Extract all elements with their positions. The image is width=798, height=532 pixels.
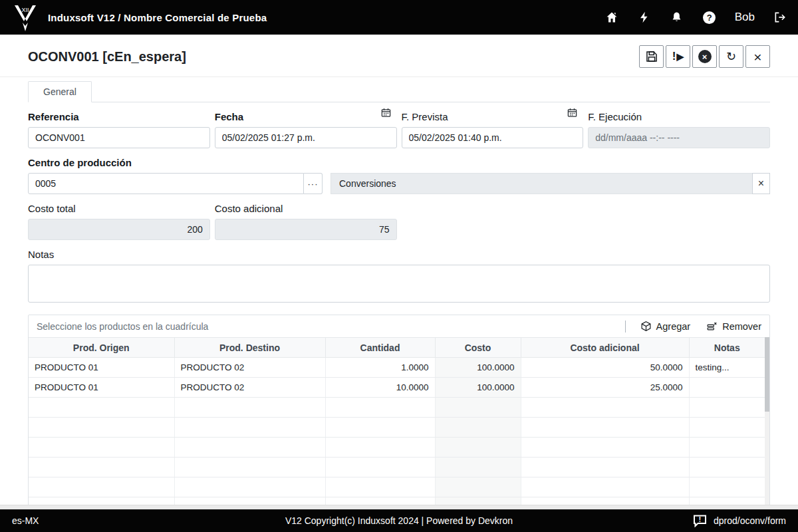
notifications-bell-icon[interactable] [670,10,684,25]
tab-general[interactable]: General [28,81,92,102]
fecha-label: Fecha [215,111,397,122]
console-bubble-icon: ! [693,515,707,527]
centro-code-input[interactable] [28,173,304,194]
calendar-icon[interactable] [567,108,577,118]
field-costo-adicional: Costo adicional [215,194,397,240]
empty-cell [29,418,174,438]
empty-cell [325,418,435,438]
vertical-scrollbar[interactable] [765,337,769,505]
logout-icon[interactable] [773,10,787,25]
execute-icon: !▶ [672,50,684,63]
costo-total-label: Costo total [28,203,210,214]
empty-row [29,418,765,438]
page-title: OCONV001 [cEn_espera] [28,49,186,65]
close-button[interactable]: × [745,45,770,68]
empty-cell [521,497,689,505]
horizontal-scrollbar[interactable] [0,505,798,509]
empty-cell [174,418,325,438]
empty-cell [435,477,521,497]
main-content: OCONV001 [cEn_espera] !▶ × [0,35,798,505]
cell-cantidad[interactable]: 1.0000 [325,358,435,378]
cell-costo[interactable]: 100.0000 [435,378,521,398]
user-menu[interactable]: Bob [735,11,755,24]
centro-label: Centro de producción [28,157,770,168]
empty-row [29,438,765,458]
centro-descripcion: Conversiones [331,173,752,194]
empty-cell [174,398,325,418]
prevista-input[interactable] [402,127,584,148]
prevista-label: F. Prevista [402,111,584,122]
field-ejecucion: F. Ejecución dd/mm/aaaa --:-- ---- [588,102,770,148]
column-header-costo-adicional[interactable]: Costo adicional [521,338,689,358]
column-header-prod-origen[interactable]: Prod. Origen [29,338,174,358]
remove-product-button[interactable]: Remover [706,321,761,332]
refresh-button[interactable]: ↻ [719,45,743,68]
ejecucion-label: F. Ejecución [588,111,770,122]
svg-text:XII: XII [21,7,29,13]
calendar-icon[interactable] [381,108,391,118]
empty-row [29,477,765,497]
empty-cell [521,458,689,477]
products-grid: Seleccione los productos en la cuadrícul… [28,315,770,505]
footer: es-MX V12 Copyright(c) Induxsoft 2024 | … [0,509,798,532]
cell-prod-origen[interactable]: PRODUCTO 01 [29,358,174,378]
form-toolbar: !▶ × ↻ × [639,45,770,68]
toolbar-divider [625,321,626,332]
page-header: OCONV001 [cEn_espera] !▶ × [0,35,798,77]
cell-notas[interactable] [689,378,765,398]
costo-adicional-input [215,219,397,240]
field-referencia: Referencia [28,102,210,148]
ellipsis-icon: ··· [307,179,318,189]
cell-prod-origen[interactable]: PRODUCTO 01 [29,378,174,398]
cell-prod-destino[interactable]: PRODUCTO 02 [174,378,325,398]
route-indicator[interactable]: ! dprod/oconv/form [693,515,786,527]
empty-cell [689,418,765,438]
save-button[interactable] [639,45,664,68]
field-costo-total: Costo total [28,194,210,240]
empty-cell [325,477,435,497]
add-product-button[interactable]: Agregar [640,321,691,332]
ejecucion-input: dd/mm/aaaa --:-- ---- [588,127,770,148]
remove-rows-icon [706,321,718,332]
cell-prod-destino[interactable]: PRODUCTO 02 [174,358,325,378]
empty-row [29,398,765,418]
fecha-input[interactable] [215,127,397,148]
help-glyph: ? [707,13,712,23]
package-icon [640,321,652,332]
empty-cell [325,438,435,458]
empty-row [29,458,765,477]
cell-costo-adicional[interactable]: 25.0000 [521,378,689,398]
copyright-text: V12 Copyright(c) Induxsoft 2024 | Powere… [0,515,798,526]
field-fecha: Fecha [215,102,397,148]
home-icon[interactable] [604,10,619,25]
execute-button[interactable]: !▶ [666,45,690,68]
costo-adicional-label: Costo adicional [215,203,397,214]
empty-cell [689,477,765,497]
cancel-button[interactable]: × [692,45,717,68]
cell-cantidad[interactable]: 10.0000 [325,378,435,398]
referencia-input[interactable] [28,127,210,148]
table-row[interactable]: PRODUCTO 01 PRODUCTO 02 1.0000 100.0000 … [29,358,765,378]
clear-centro-button[interactable]: × [752,173,770,194]
cell-costo-adicional[interactable]: 50.0000 [521,358,689,378]
scrollbar-thumb[interactable] [765,337,769,412]
empty-cell [29,398,174,418]
column-header-cantidad[interactable]: Cantidad [325,338,435,358]
refresh-icon: ↻ [726,49,736,64]
notas-textarea[interactable] [28,265,770,303]
cell-costo[interactable]: 100.0000 [435,358,521,378]
empty-cell [435,398,521,418]
notas-label: Notas [28,249,770,260]
cell-notas[interactable]: testing... [689,358,765,378]
table-row[interactable]: PRODUCTO 01 PRODUCTO 02 10.0000 100.0000… [29,378,765,398]
lookup-ellipsis-button[interactable]: ··· [304,173,323,194]
empty-cell [29,497,174,505]
empty-cell [29,438,174,458]
column-header-prod-destino[interactable]: Prod. Destino [174,338,325,358]
empty-cell [689,438,765,458]
lightning-icon[interactable] [637,10,652,25]
column-header-costo[interactable]: Costo [435,338,521,358]
header-row: Prod. Origen Prod. Destino Cantidad Cost… [29,338,765,358]
column-header-notas[interactable]: Notas [689,338,765,358]
help-icon[interactable]: ? [702,10,717,25]
